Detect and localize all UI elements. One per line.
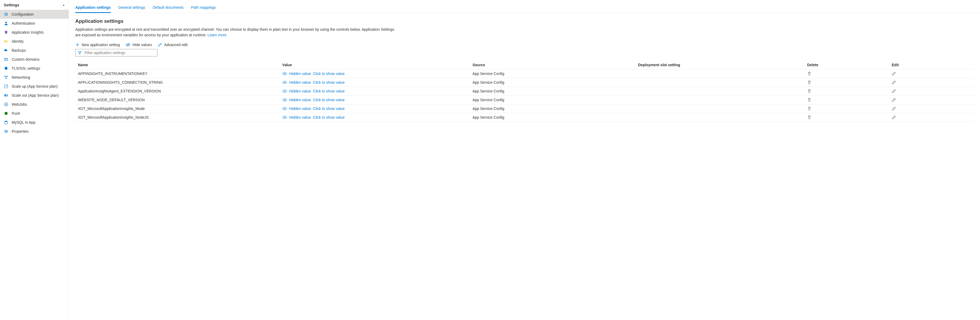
table-row: WEBSITE_NODE_DEFAULT_VERSIONHidden value… (75, 96, 974, 105)
setting-source: App Service Config (470, 96, 635, 105)
sidebar-item-networking[interactable]: Networking (0, 73, 68, 82)
setting-name[interactable]: XDT_MicrosoftApplicationInsights_NodeJS (75, 113, 280, 122)
svg-rect-13 (5, 94, 6, 97)
delete-button[interactable] (805, 96, 889, 105)
sidebar-item-webjobs[interactable]: WebJobs (0, 100, 68, 109)
sidebar-header: Settings ▲ (0, 0, 68, 10)
setting-value[interactable]: Hidden value. Click to show value (280, 70, 470, 78)
sidebar-item-configuration[interactable]: Configuration (0, 10, 68, 19)
col-header-name[interactable]: Name (75, 61, 280, 70)
person-icon (4, 21, 8, 26)
setting-slot (635, 87, 805, 96)
filter-box[interactable] (75, 49, 158, 56)
sidebar-item-identity[interactable]: Identity (0, 37, 68, 46)
sidebar-item-label: Identity (12, 39, 65, 43)
webjobs-icon (4, 102, 8, 107)
svg-point-27 (284, 99, 285, 100)
sidebar-item-authentication[interactable]: Authentication (0, 19, 68, 28)
delete-button[interactable] (805, 113, 889, 122)
sidebar-item-label: Custom domains (12, 57, 65, 62)
svg-point-25 (284, 82, 285, 83)
section-title: Application settings (75, 18, 974, 24)
tab-default-documents[interactable]: Default documents (153, 4, 184, 13)
collapse-caret-icon[interactable]: ▲ (62, 3, 65, 6)
setting-name[interactable]: WEBSITE_NODE_DEFAULT_VERSION (75, 96, 280, 105)
bulb-icon (4, 30, 8, 35)
col-header-edit: Edit (889, 61, 974, 70)
edit-button[interactable] (889, 96, 974, 105)
tab-path-mappings[interactable]: Path mappings (191, 4, 215, 13)
tab-general-settings[interactable]: General settings (118, 4, 145, 13)
sidebar-item-custom-domains[interactable]: Custom domains (0, 55, 68, 64)
sidebar-item-push[interactable]: Push (0, 109, 68, 118)
sidebar-item-application-insights[interactable]: Application Insights (0, 28, 68, 37)
col-header-value[interactable]: Value (280, 61, 470, 70)
setting-value[interactable]: Hidden value. Click to show value (280, 96, 470, 105)
col-header-source[interactable]: Source (470, 61, 635, 70)
sidebar-item-label: Networking (12, 75, 65, 79)
edit-button[interactable] (889, 70, 974, 78)
edit-button[interactable] (889, 78, 974, 87)
svg-rect-21 (7, 130, 8, 133)
sidebar-item-label: Authentication (12, 21, 65, 25)
learn-more-link[interactable]: Learn more (208, 33, 227, 37)
setting-value[interactable]: Hidden value. Click to show value (280, 113, 470, 122)
sidebar-item-mysql-in-app[interactable]: MySQL In App (0, 118, 68, 127)
delete-button[interactable] (805, 87, 889, 96)
setting-value[interactable]: Hidden value. Click to show value (280, 105, 470, 113)
table-row: APPLICATIONINSIGHTS_CONNECTION_STRINGHid… (75, 78, 974, 87)
domain-icon (4, 57, 8, 62)
edit-button[interactable] (889, 113, 974, 122)
sidebar-item-backups[interactable]: Backups (0, 46, 68, 55)
mysql-icon (4, 120, 8, 125)
sidebar-item-properties[interactable]: Properties (0, 127, 68, 136)
settings-toolbar: New application setting Hide values Adva… (75, 43, 974, 47)
pencil-icon (892, 89, 971, 93)
svg-point-16 (6, 104, 6, 105)
sidebar-item-scale-out-app-service-plan-[interactable]: Scale out (App Service plan) (0, 91, 68, 100)
delete-button[interactable] (805, 70, 889, 78)
setting-name[interactable]: ApplicationInsightsAgent_EXTENSION_VERSI… (75, 87, 280, 96)
svg-point-26 (284, 90, 285, 92)
setting-value[interactable]: Hidden value. Click to show value (280, 87, 470, 96)
new-application-setting-button[interactable]: New application setting (75, 43, 120, 47)
edit-button[interactable] (889, 87, 974, 96)
setting-name[interactable]: APPLICATIONINSIGHTS_CONNECTION_STRING (75, 78, 280, 87)
sidebar-item-label: TLS/SSL settings (12, 66, 65, 70)
sidebar-title: Settings (4, 3, 19, 7)
table-row: XDT_MicrosoftApplicationInsights_ModeHid… (75, 105, 974, 113)
advanced-edit-button[interactable]: Advanced edit (158, 43, 188, 47)
pencil-icon (892, 106, 971, 111)
svg-point-28 (284, 108, 285, 109)
sidebar-item-scale-up-app-service-plan-[interactable]: Scale up (App Service plan) (0, 82, 68, 91)
setting-slot (635, 70, 805, 78)
app-settings-section: Application settings Application setting… (69, 13, 980, 125)
filter-input[interactable] (84, 50, 155, 55)
hidden-value-text: Hidden value. Click to show value (289, 89, 345, 93)
shield-icon (4, 66, 8, 71)
hidden-value-text: Hidden value. Click to show value (289, 80, 345, 84)
sidebar-item-label: Configuration (12, 12, 65, 16)
hide-values-button[interactable]: Hide values (126, 43, 152, 47)
delete-button[interactable] (805, 105, 889, 113)
sliders-icon (4, 12, 8, 17)
sidebar-item-label: Application Insights (12, 30, 65, 35)
setting-name[interactable]: XDT_MicrosoftApplicationInsights_Mode (75, 105, 280, 113)
pencil-icon (158, 43, 162, 47)
setting-slot (635, 113, 805, 122)
setting-name[interactable]: APPINSIGHTS_INSTRUMENTATIONKEY (75, 70, 280, 78)
table-row: ApplicationInsightsAgent_EXTENSION_VERSI… (75, 87, 974, 96)
setting-source: App Service Config (470, 87, 635, 96)
cloud-icon (4, 48, 8, 53)
tab-application-settings[interactable]: Application settings (75, 4, 111, 13)
col-header-slot[interactable]: Deployment slot setting (635, 61, 805, 70)
delete-button[interactable] (805, 78, 889, 87)
svg-rect-5 (6, 33, 6, 34)
sidebar-item-tls-ssl-settings[interactable]: TLS/SSL settings (0, 64, 68, 73)
setting-value[interactable]: Hidden value. Click to show value (280, 78, 470, 87)
hidden-value-text: Hidden value. Click to show value (289, 98, 345, 102)
svg-rect-20 (6, 130, 6, 133)
sidebar-item-label: Push (12, 111, 65, 116)
trash-icon (807, 106, 886, 111)
edit-button[interactable] (889, 105, 974, 113)
